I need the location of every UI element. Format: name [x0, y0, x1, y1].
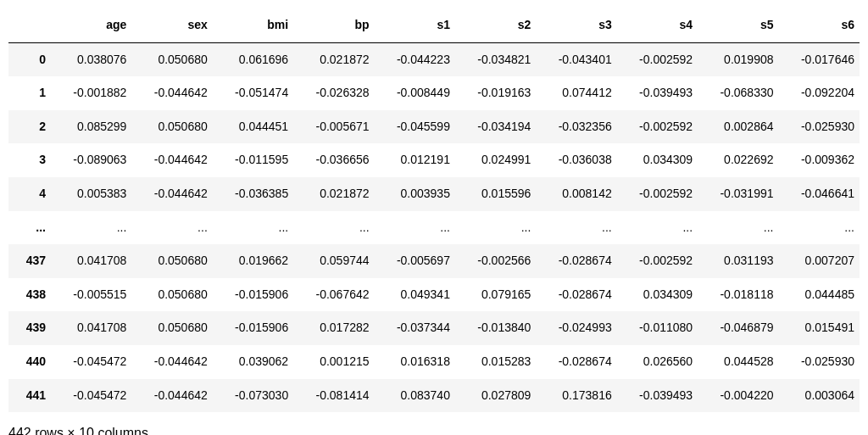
- cell: 0.050680: [131, 244, 212, 278]
- cell: 0.005383: [51, 177, 131, 211]
- col-header: sex: [131, 8, 212, 42]
- col-header: s5: [698, 8, 778, 42]
- cell: -0.046879: [698, 311, 778, 345]
- cell: -0.036038: [536, 143, 616, 177]
- cell: ...: [131, 211, 212, 245]
- table-row: 441 -0.045472 -0.044642 -0.073030 -0.081…: [8, 379, 860, 413]
- cell: -0.009362: [779, 143, 860, 177]
- header-row: age sex bmi bp s1 s2 s3 s4 s5 s6: [8, 8, 860, 42]
- cell: -0.004220: [698, 379, 778, 413]
- row-index: 3: [8, 143, 51, 177]
- cell: 0.044528: [698, 345, 778, 379]
- cell: 0.022692: [698, 143, 778, 177]
- cell: -0.034194: [455, 110, 536, 144]
- cell: 0.019908: [698, 42, 778, 76]
- cell: -0.002592: [617, 244, 698, 278]
- cell: -0.002592: [617, 42, 698, 76]
- cell: -0.005671: [293, 110, 374, 144]
- table-row: 437 0.041708 0.050680 0.019662 0.059744 …: [8, 244, 860, 278]
- cell: 0.049341: [375, 278, 455, 312]
- cell: -0.044223: [375, 42, 455, 76]
- cell: 0.017282: [293, 311, 374, 345]
- col-header: bp: [293, 8, 374, 42]
- cell: 0.012191: [375, 143, 455, 177]
- col-header: bmi: [213, 8, 293, 42]
- col-header: age: [51, 8, 131, 42]
- cell: 0.173816: [536, 379, 616, 413]
- cell: 0.002864: [698, 110, 778, 144]
- cell: -0.026328: [293, 76, 374, 110]
- cell: -0.036385: [213, 177, 293, 211]
- cell: -0.024993: [536, 311, 616, 345]
- cell: -0.031991: [698, 177, 778, 211]
- cell: ...: [779, 211, 860, 245]
- cell: -0.044642: [131, 76, 212, 110]
- cell: 0.050680: [131, 110, 212, 144]
- index-corner: [8, 8, 51, 42]
- cell: 0.079165: [455, 278, 536, 312]
- cell: 0.001215: [293, 345, 374, 379]
- cell: -0.015906: [213, 278, 293, 312]
- cell: -0.001882: [51, 76, 131, 110]
- row-index: 4: [8, 177, 51, 211]
- cell: 0.039062: [213, 345, 293, 379]
- cell: 0.083740: [375, 379, 455, 413]
- cell: -0.039493: [617, 76, 698, 110]
- cell: 0.050680: [131, 278, 212, 312]
- cell: -0.008449: [375, 76, 455, 110]
- cell: 0.026560: [617, 345, 698, 379]
- cell: -0.018118: [698, 278, 778, 312]
- cell: 0.003064: [779, 379, 860, 413]
- cell: 0.031193: [698, 244, 778, 278]
- table-row: 0 0.038076 0.050680 0.061696 0.021872 -0…: [8, 42, 860, 76]
- cell: 0.003935: [375, 177, 455, 211]
- col-header: s3: [536, 8, 616, 42]
- cell: 0.019662: [213, 244, 293, 278]
- cell: 0.021872: [293, 177, 374, 211]
- row-index: 440: [8, 345, 51, 379]
- cell: 0.044451: [213, 110, 293, 144]
- cell: 0.061696: [213, 42, 293, 76]
- cell: -0.025930: [779, 110, 860, 144]
- cell: -0.028674: [536, 345, 616, 379]
- cell: -0.081414: [293, 379, 374, 413]
- cell: -0.011595: [213, 143, 293, 177]
- cell: -0.045599: [375, 110, 455, 144]
- cell: 0.041708: [51, 244, 131, 278]
- cell: 0.015283: [455, 345, 536, 379]
- cell: -0.025930: [779, 345, 860, 379]
- cell: -0.046641: [779, 177, 860, 211]
- cell: -0.044642: [131, 379, 212, 413]
- table-row: 2 0.085299 0.050680 0.044451 -0.005671 -…: [8, 110, 860, 144]
- col-header: s1: [375, 8, 455, 42]
- cell: 0.027809: [455, 379, 536, 413]
- cell: 0.050680: [131, 42, 212, 76]
- table-row: 440 -0.045472 -0.044642 0.039062 0.00121…: [8, 345, 860, 379]
- cell: -0.067642: [293, 278, 374, 312]
- cell: -0.068330: [698, 76, 778, 110]
- cell: ...: [213, 211, 293, 245]
- col-header: s6: [779, 8, 860, 42]
- cell: 0.050680: [131, 311, 212, 345]
- col-header: s2: [455, 8, 536, 42]
- cell: ...: [375, 211, 455, 245]
- shape-summary: 442 rows × 10 columns: [8, 426, 860, 435]
- cell: -0.015906: [213, 311, 293, 345]
- cell: 0.034309: [617, 143, 698, 177]
- cell: 0.016318: [375, 345, 455, 379]
- cell: -0.032356: [536, 110, 616, 144]
- table-body: 0 0.038076 0.050680 0.061696 0.021872 -0…: [8, 42, 860, 412]
- cell: 0.015596: [455, 177, 536, 211]
- row-index: ...: [8, 211, 51, 245]
- cell: -0.034821: [455, 42, 536, 76]
- row-index: 438: [8, 278, 51, 312]
- dataframe-container: age sex bmi bp s1 s2 s3 s4 s5 s6 0 0.038…: [8, 8, 860, 435]
- cell: 0.038076: [51, 42, 131, 76]
- cell: 0.007207: [779, 244, 860, 278]
- cell: -0.092204: [779, 76, 860, 110]
- cell: -0.043401: [536, 42, 616, 76]
- cell: -0.011080: [617, 311, 698, 345]
- row-index: 1: [8, 76, 51, 110]
- cell: 0.044485: [779, 278, 860, 312]
- cell: -0.045472: [51, 379, 131, 413]
